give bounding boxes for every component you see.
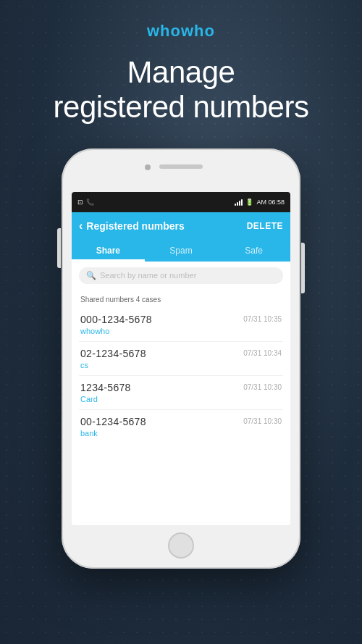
time-display: AM 06:58 — [256, 198, 285, 206]
signal-bar-2 — [237, 202, 238, 206]
tab-safe[interactable]: Safe — [217, 240, 290, 262]
item-number: 00-1234-5678 — [80, 416, 146, 427]
search-icon: 🔍 — [86, 271, 96, 280]
signal-bar-1 — [235, 204, 236, 206]
item-info: 1234-5678 Card — [80, 382, 131, 403]
phone-mockup: ⊡ 📞 🔋 AM 06:58 ‹ — [62, 149, 300, 569]
back-button[interactable]: ‹ — [79, 219, 83, 233]
item-tag: bank — [80, 429, 146, 438]
page-content: whowho Manage registered numbers ⊡ 📞 — [0, 0, 362, 644]
numbers-list: Shared numbers 4 cases 000-1234-5678 who… — [72, 290, 290, 525]
search-input-wrap[interactable]: 🔍 Search by name or number — [79, 267, 283, 284]
item-info: 00-1234-5678 bank — [80, 416, 146, 438]
item-date: 07/31 10:30 — [243, 417, 282, 425]
top-bar: ‹ Registered numbers DELETE — [72, 212, 290, 240]
screen-title: Registered numbers — [86, 220, 184, 232]
signal-bar-3 — [239, 201, 240, 206]
list-item[interactable]: 02-1234-5678 cs 07/31 10:34 — [79, 342, 283, 376]
headline: Manage registered numbers — [32, 55, 331, 125]
section-label: Shared numbers 4 cases — [79, 296, 283, 304]
list-item[interactable]: 000-1234-5678 whowho 07/31 10:35 — [79, 308, 283, 342]
signal-bar-4 — [241, 199, 243, 206]
phone-speaker — [159, 164, 203, 169]
item-info: 000-1234-5678 whowho — [80, 314, 152, 335]
tab-share[interactable]: Share — [72, 240, 145, 262]
item-number: 1234-5678 — [80, 382, 131, 393]
status-icon-g: ⊡ — [77, 198, 83, 206]
item-date: 07/31 10:34 — [243, 349, 282, 357]
item-date: 07/31 10:30 — [243, 383, 282, 391]
status-icon-phone: 📞 — [86, 198, 94, 206]
list-item[interactable]: 1234-5678 Card 07/31 10:30 — [79, 376, 283, 410]
search-placeholder: Search by name or number — [100, 271, 196, 280]
item-tag: whowho — [80, 327, 152, 335]
status-bar-right: 🔋 AM 06:58 — [235, 198, 285, 206]
app-logo: whowho — [147, 22, 215, 41]
signal-icon — [235, 198, 243, 206]
phone-camera — [145, 164, 151, 170]
item-tag: cs — [80, 361, 146, 369]
item-number: 02-1234-5678 — [80, 348, 146, 359]
battery-icon: 🔋 — [245, 198, 253, 206]
status-bar: ⊡ 📞 🔋 AM 06:58 — [72, 192, 290, 212]
top-bar-left: ‹ Registered numbers — [79, 219, 185, 233]
phone-screen: ⊡ 📞 🔋 AM 06:58 ‹ — [72, 192, 290, 525]
item-date: 07/31 10:35 — [243, 315, 282, 323]
status-bar-left: ⊡ 📞 — [77, 198, 94, 206]
item-info: 02-1234-5678 cs — [80, 348, 146, 369]
item-tag: Card — [80, 395, 131, 403]
delete-button[interactable]: DELETE — [247, 221, 283, 231]
list-item[interactable]: 00-1234-5678 bank 07/31 10:30 — [79, 410, 283, 443]
search-bar: 🔍 Search by name or number — [72, 262, 290, 290]
item-number: 000-1234-5678 — [80, 314, 152, 325]
phone-home-button[interactable] — [168, 532, 194, 559]
tab-spam[interactable]: Spam — [145, 240, 218, 262]
tabs: Share Spam Safe — [72, 240, 290, 262]
